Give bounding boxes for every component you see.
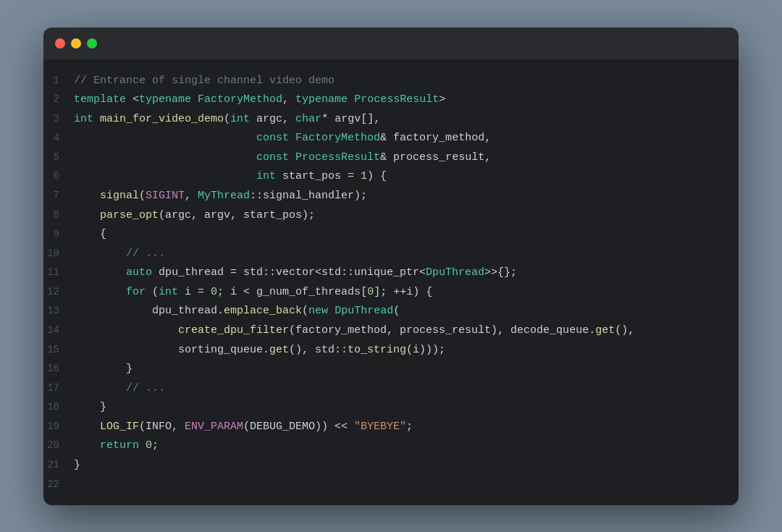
line-num-1: 1 (43, 71, 74, 90)
code-line-18: 18 } (43, 397, 739, 417)
code-line-13: 13 dpu_thread.emplace_back(new DpuThread… (43, 301, 739, 321)
titlebar (43, 28, 739, 59)
line-content-15: sorting_queue.get(), std::to_string(i)))… (74, 341, 724, 360)
line-num-9: 9 (43, 224, 74, 243)
code-line-14: 14 create_dpu_filter(factory_method, pro… (43, 321, 739, 340)
line-content-4: const FactoryMethod& factory_method, (74, 129, 724, 148)
code-line-4: 4 const FactoryMethod& factory_method, (43, 128, 739, 148)
line-content-10: // ... (74, 245, 724, 263)
line-content-7: signal(SIGINT, MyThread::signal_handler)… (74, 187, 724, 206)
code-line-3: 3 int main_for_video_demo(int argc, char… (43, 109, 739, 129)
line-num-14: 14 (43, 321, 74, 339)
code-line-21: 21 } (43, 455, 739, 475)
line-content-17: // ... (74, 379, 724, 398)
line-num-17: 17 (43, 379, 74, 397)
line-content-12: for (int i = 0; i < g_num_of_threads[0];… (74, 283, 724, 302)
code-line-6: 6 int start_pos = 1) { (43, 166, 739, 186)
close-button[interactable] (55, 38, 65, 48)
code-line-22: 22 (43, 475, 739, 494)
line-num-8: 8 (43, 206, 74, 224)
code-area: 1 // Entrance of single channel video de… (43, 59, 739, 505)
code-line-10: 10 // ... (43, 244, 739, 263)
line-num-11: 11 (43, 263, 74, 282)
line-content-5: const ProcessResult& process_result, (74, 148, 724, 167)
line-num-3: 3 (43, 109, 74, 128)
line-num-15: 15 (43, 340, 74, 359)
line-content-20: return 0; (74, 436, 724, 455)
line-content-18: } (74, 398, 724, 417)
line-content-13: dpu_thread.emplace_back(new DpuThread( (74, 302, 724, 321)
line-content-19: LOG_IF(INFO, ENV_PARAM(DEBUG_DEMO)) << "… (74, 418, 724, 436)
line-num-20: 20 (43, 436, 74, 455)
line-num-5: 5 (43, 148, 74, 166)
code-line-12: 12 for (int i = 0; i < g_num_of_threads[… (43, 282, 739, 302)
line-num-6: 6 (43, 166, 74, 185)
code-line-15: 15 sorting_queue.get(), std::to_string(i… (43, 340, 739, 360)
code-line-8: 8 parse_opt(argc, argv, start_pos); (43, 206, 739, 225)
line-num-7: 7 (43, 186, 74, 205)
line-num-19: 19 (43, 417, 74, 436)
line-num-21: 21 (43, 455, 74, 474)
code-line-2: 2 template <typename FactoryMethod, type… (43, 90, 739, 109)
line-content-1: // Entrance of single channel video demo (74, 72, 724, 90)
line-num-22: 22 (43, 475, 74, 494)
line-content-2: template <typename FactoryMethod, typena… (74, 90, 724, 109)
code-line-17: 17 // ... (43, 379, 739, 398)
code-line-1: 1 // Entrance of single channel video de… (43, 71, 739, 90)
line-content-21: } (74, 456, 724, 475)
line-num-16: 16 (43, 359, 74, 378)
line-num-4: 4 (43, 128, 74, 147)
line-content-9: { (74, 225, 724, 244)
line-content-16: } (74, 360, 724, 379)
line-num-12: 12 (43, 282, 74, 301)
minimize-button[interactable] (71, 38, 81, 48)
line-content-6: int start_pos = 1) { (74, 167, 724, 186)
line-content-8: parse_opt(argc, argv, start_pos); (74, 206, 724, 225)
line-content-3: int main_for_video_demo(int argc, char* … (74, 110, 724, 129)
code-line-20: 20 return 0; (43, 436, 739, 455)
code-line-5: 5 const ProcessResult& process_result, (43, 148, 739, 167)
line-content-11: auto dpu_thread = std::vector<std::uniqu… (74, 263, 724, 282)
code-editor-window: 1 // Entrance of single channel video de… (43, 28, 739, 505)
maximize-button[interactable] (87, 38, 97, 48)
line-num-13: 13 (43, 301, 74, 320)
line-content-14: create_dpu_filter(factory_method, proces… (74, 321, 724, 340)
code-line-19: 19 LOG_IF(INFO, ENV_PARAM(DEBUG_DEMO)) <… (43, 417, 739, 436)
line-num-10: 10 (43, 244, 74, 263)
line-num-18: 18 (43, 397, 74, 416)
traffic-lights (55, 38, 97, 48)
code-line-9: 9 { (43, 224, 739, 244)
line-num-2: 2 (43, 90, 74, 109)
code-line-11: 11 auto dpu_thread = std::vector<std::un… (43, 263, 739, 282)
code-line-16: 16 } (43, 359, 739, 379)
code-line-7: 7 signal(SIGINT, MyThread::signal_handle… (43, 186, 739, 206)
